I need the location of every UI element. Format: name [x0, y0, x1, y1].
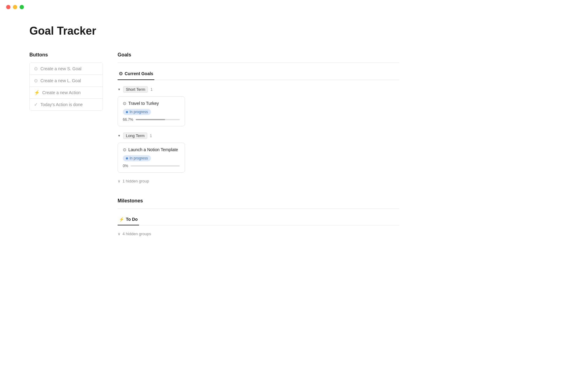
minimize-button[interactable]	[13, 5, 17, 9]
current-goals-tab-icon: ⊙	[119, 71, 123, 76]
today-action-label: Today's Action is done	[40, 102, 83, 107]
page-container: Goal Tracker Buttons ⊙ Create a new S. G…	[0, 0, 429, 255]
target-icon: ⊙	[34, 66, 38, 71]
close-button[interactable]	[6, 5, 10, 9]
buttons-list: ⊙ Create a new S. Goal ⊙ Create a new L.…	[29, 63, 103, 111]
hidden-group-label: 1 hidden group	[123, 179, 149, 183]
lightning-icon-btn: ⚡	[34, 90, 40, 95]
checkmark-icon: ✓	[34, 102, 38, 107]
chevron-down-icon-3: ∨	[118, 179, 121, 183]
goals-divider	[118, 63, 399, 63]
goal-card-notion[interactable]: ⊙ Launch a Notion Template In progress 0…	[118, 143, 185, 173]
goal-title-notion: Launch a Notion Template	[128, 147, 178, 152]
create-s-goal-label: Create a new S. Goal	[40, 66, 81, 71]
progress-row-travel: 66.7%	[123, 117, 180, 122]
status-label-notion: In progress	[130, 156, 148, 160]
progress-pct-travel: 66.7%	[123, 117, 133, 122]
group-short-term: ▼ Short Term 1	[118, 86, 399, 93]
goals-tabs-row: ⊙ Current Goals	[118, 68, 399, 80]
goals-section: Goals ⊙ Current Goals ▼ Short Term 1	[118, 52, 399, 183]
progress-bar-bg-travel	[136, 119, 180, 120]
status-badge-notion: In progress	[123, 155, 151, 161]
milestones-hidden-groups-row[interactable]: ∨ 4 hidden groups	[118, 232, 399, 236]
traffic-lights	[0, 0, 30, 14]
goal-card-title: ⊙ Travel to Turkey	[123, 101, 180, 106]
status-badge-travel: In progress	[123, 109, 151, 115]
content-grid: Buttons ⊙ Create a new S. Goal ⊙ Create …	[29, 52, 399, 236]
maximize-button[interactable]	[20, 5, 24, 9]
today-action-button[interactable]: ✓ Today's Action is done	[30, 99, 103, 110]
progress-bar-bg-notion	[130, 165, 180, 167]
chevron-down-icon: ▼	[118, 88, 121, 91]
create-action-label: Create a new Action	[42, 90, 81, 95]
create-l-goal-button[interactable]: ⊙ Create a new L. Goal	[30, 75, 103, 87]
goal-card-travel-turkey[interactable]: ⊙ Travel to Turkey In progress 66.7%	[118, 96, 185, 126]
status-label-travel: In progress	[130, 110, 148, 114]
current-goals-tab-label: Current Goals	[125, 71, 153, 76]
goal-card-title-notion: ⊙ Launch a Notion Template	[123, 147, 180, 152]
lightning-tab-icon: ⚡	[119, 217, 124, 222]
milestones-heading: Milestones	[118, 198, 399, 204]
hidden-group-row[interactable]: ∨ 1 hidden group	[118, 179, 399, 183]
short-term-badge: Short Term	[123, 86, 148, 93]
short-term-count: 1	[150, 87, 153, 92]
milestones-tabs-row: ⚡ To Do	[118, 214, 399, 225]
progress-row-notion: 0%	[123, 164, 180, 168]
page-title: Goal Tracker	[29, 25, 399, 37]
progress-pct-notion: 0%	[123, 164, 128, 168]
chevron-down-icon-2: ▼	[118, 134, 121, 137]
milestones-section: Milestones ⚡ To Do ∨ 4 hidden groups	[118, 198, 399, 236]
create-action-button[interactable]: ⚡ Create a new Action	[30, 87, 103, 99]
chevron-down-icon-4: ∨	[118, 232, 121, 236]
to-do-tab-label: To Do	[126, 217, 138, 222]
buttons-heading: Buttons	[29, 52, 103, 58]
target-icon-2: ⊙	[34, 78, 38, 83]
milestones-divider	[118, 209, 399, 209]
goals-heading: Goals	[118, 52, 399, 58]
long-term-badge: Long Term	[123, 132, 147, 139]
goal-target-icon: ⊙	[123, 101, 126, 106]
group-long-term: ▼ Long Term 1	[118, 132, 399, 139]
status-dot	[126, 111, 128, 113]
buttons-section: Buttons ⊙ Create a new S. Goal ⊙ Create …	[29, 52, 103, 236]
goal-title-travel: Travel to Turkey	[128, 101, 159, 106]
long-term-count: 1	[150, 133, 152, 138]
goal-target-icon-2: ⊙	[123, 147, 126, 152]
create-s-goal-button[interactable]: ⊙ Create a new S. Goal	[30, 63, 103, 75]
tab-to-do[interactable]: ⚡ To Do	[118, 214, 139, 225]
status-dot-2	[126, 157, 128, 159]
right-column: Goals ⊙ Current Goals ▼ Short Term 1	[118, 52, 399, 236]
create-l-goal-label: Create a new L. Goal	[40, 78, 81, 83]
tab-current-goals[interactable]: ⊙ Current Goals	[118, 68, 154, 80]
milestones-hidden-label: 4 hidden groups	[123, 232, 151, 236]
progress-bar-fill-travel	[136, 119, 165, 120]
